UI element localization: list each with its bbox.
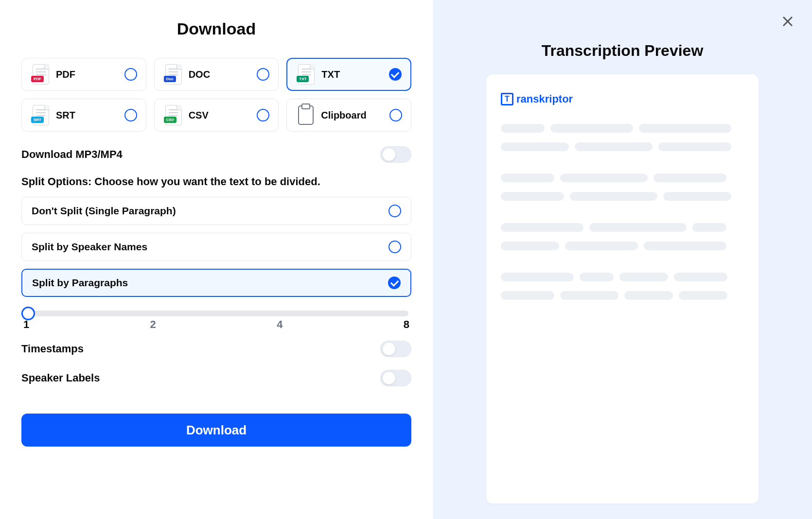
download-title: Download (21, 19, 411, 38)
format-txt[interactable]: TXT TXT (286, 58, 411, 91)
skeleton-paragraph (501, 173, 744, 201)
split-heading: Split Options: Choose how you want the t… (21, 175, 411, 188)
mp3mp4-toggle[interactable] (380, 146, 411, 163)
slider-tick: 1 (23, 318, 29, 331)
skeleton-paragraph (501, 223, 744, 250)
txt-file-icon: TXT (296, 64, 317, 85)
slider-tick: 2 (150, 318, 156, 331)
srt-file-icon: SRT (31, 105, 51, 125)
slider-tick: 8 (404, 318, 409, 331)
speaker-labels-row: Speaker Labels (21, 370, 411, 386)
preview-panel: Transcription Preview T ranskriptor (433, 0, 812, 519)
format-label: PDF (51, 69, 124, 80)
download-panel: Download PDF PDF Doc DOC TXT TXT (0, 0, 433, 519)
radio-checked-icon (388, 277, 401, 289)
clipboard-icon (296, 105, 316, 125)
timestamps-label: Timestamps (21, 343, 84, 355)
close-icon[interactable] (781, 15, 794, 28)
slider-tick: 4 (277, 318, 282, 331)
radio-icon (124, 68, 137, 81)
format-label: Clipboard (316, 110, 389, 121)
radio-icon (388, 241, 401, 253)
mp3mp4-label: Download MP3/MP4 (21, 148, 123, 161)
preview-title: Transcription Preview (542, 42, 704, 60)
split-paragraph[interactable]: Split by Paragraphs (21, 269, 411, 297)
format-label: TXT (317, 69, 389, 80)
format-label: SRT (51, 110, 124, 121)
split-speaker[interactable]: Split by Speaker Names (21, 233, 411, 261)
speaker-labels-label: Speaker Labels (21, 372, 100, 384)
radio-icon (257, 68, 269, 81)
timestamps-row: Timestamps (21, 341, 411, 357)
timestamps-toggle[interactable] (380, 341, 411, 357)
speaker-labels-toggle[interactable] (380, 370, 411, 386)
split-none[interactable]: Don't Split (Single Paragraph) (21, 197, 411, 225)
slider-track (24, 311, 408, 316)
doc-file-icon: Doc (163, 64, 184, 85)
brand-initial-icon: T (501, 93, 513, 105)
slider-ticks: 1 2 4 8 (23, 318, 409, 331)
paragraph-slider[interactable]: 1 2 4 8 (21, 306, 411, 325)
radio-checked-icon (389, 68, 402, 81)
skeleton-paragraph (501, 124, 744, 151)
format-doc[interactable]: Doc DOC (154, 58, 279, 91)
split-label: Don't Split (Single Paragraph) (32, 205, 176, 217)
format-csv[interactable]: CSV CSV (154, 99, 279, 132)
format-grid: PDF PDF Doc DOC TXT TXT SRT SRT (21, 58, 411, 132)
radio-icon (124, 109, 137, 121)
radio-icon (388, 205, 401, 217)
mp3mp4-row: Download MP3/MP4 (21, 146, 411, 163)
format-label: CSV (184, 110, 257, 121)
format-label: DOC (184, 69, 257, 80)
pdf-file-icon: PDF (31, 64, 51, 85)
split-label: Split by Paragraphs (32, 277, 128, 289)
csv-file-icon: CSV (163, 105, 184, 125)
brand-logo: T ranskriptor (501, 93, 744, 105)
download-button[interactable]: Download (21, 414, 411, 447)
radio-icon (389, 109, 402, 121)
skeleton-paragraph (501, 273, 744, 300)
split-label: Split by Speaker Names (32, 241, 147, 253)
format-pdf[interactable]: PDF PDF (21, 58, 146, 91)
split-options: Don't Split (Single Paragraph) Split by … (21, 197, 411, 297)
brand-name: ranskriptor (516, 93, 573, 105)
radio-icon (257, 109, 269, 121)
format-clipboard[interactable]: Clipboard (286, 99, 411, 132)
preview-card: T ranskriptor (486, 74, 759, 503)
format-srt[interactable]: SRT SRT (21, 99, 146, 132)
